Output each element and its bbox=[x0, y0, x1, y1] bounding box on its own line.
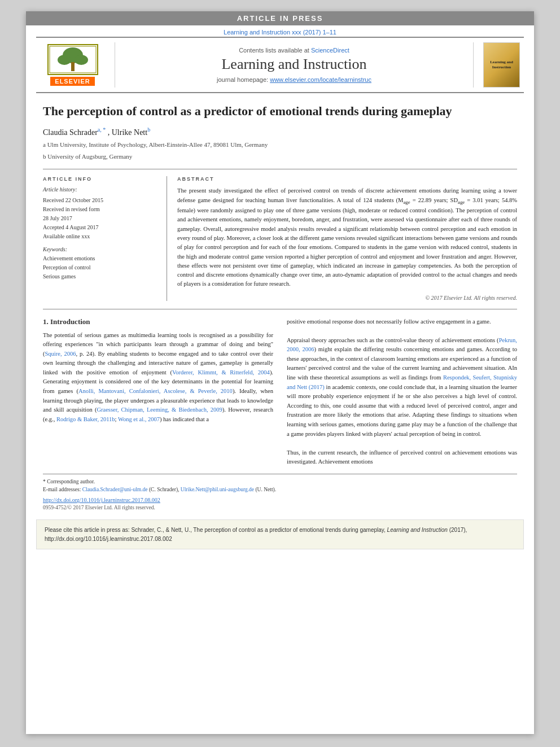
email-addresses: E-mail addresses: Claudia.Schrader@uni-u… bbox=[43, 486, 517, 493]
body-two-column: 1. Introduction The potential of serious… bbox=[43, 317, 517, 467]
affiliation-2: b University of Augsburg, Germany bbox=[43, 152, 517, 161]
science-direct-link[interactable]: ScienceDirect bbox=[311, 47, 349, 54]
journal-reference: Learning and Instruction xxx (2017) 1–11 bbox=[26, 25, 534, 37]
journal-contents-line: Contents lists available at ScienceDirec… bbox=[239, 47, 349, 54]
author2-email[interactable]: Ulrike.Nett@phil.uni-augsburg.de bbox=[181, 487, 254, 492]
keywords-label: Keywords: bbox=[43, 246, 156, 252]
issn-line: 0959-4752/© 2017 Elsevier Ltd. All right… bbox=[43, 505, 517, 510]
intro-paragraph-2: positive emotional response does not nec… bbox=[287, 317, 517, 467]
elsevier-brand-label: ELSEVIER bbox=[50, 77, 94, 86]
intro-paragraph-1: The potential of serious games as multim… bbox=[43, 331, 273, 425]
svg-rect-4 bbox=[71, 62, 75, 71]
affiliation-1: a Ulm University, Institute of Psycholog… bbox=[43, 140, 517, 150]
article-title-section: The perception of control as a predictor… bbox=[26, 93, 534, 161]
body-section: 1. Introduction The potential of serious… bbox=[26, 317, 534, 467]
body-col-right: positive emotional response does not nec… bbox=[287, 317, 517, 467]
journal-thumbnail: Learning andInstruction bbox=[483, 42, 520, 88]
article-info-heading: ARTICLE INFO bbox=[43, 176, 156, 182]
abstract-text: The present study investigated the effec… bbox=[177, 186, 517, 289]
section-divider bbox=[43, 309, 517, 309]
svg-point-3 bbox=[75, 55, 88, 65]
article-in-press-banner: ARTICLE IN PRESS bbox=[26, 11, 534, 25]
abstract-heading: ABSTRACT bbox=[177, 176, 517, 182]
revised-date-2: 28 July 2017 bbox=[43, 214, 156, 222]
copyright-notice: © 2017 Elsevier Ltd. All rights reserved… bbox=[177, 295, 517, 301]
article-info-abstract-section: ARTICLE INFO Article history: Received 2… bbox=[43, 169, 517, 300]
journal-thumb-section: Learning andInstruction bbox=[473, 42, 524, 88]
elsevier-tree-icon bbox=[47, 44, 98, 75]
journal-header: ELSEVIER Contents lists available at Sci… bbox=[36, 37, 524, 93]
authors-line: Claudia Schradera, * , Ulrike Nettb bbox=[43, 126, 517, 137]
author1-email[interactable]: Claudia.Schrader@uni-ulm.de bbox=[82, 487, 148, 492]
journal-homepage-link[interactable]: www.elsevier.com/locate/learninstruc bbox=[270, 76, 371, 83]
svg-point-2 bbox=[58, 55, 71, 65]
article-title: The perception of control as a predictor… bbox=[43, 103, 517, 120]
corresponding-author: * Corresponding author. bbox=[43, 478, 517, 486]
body-col-left: 1. Introduction The potential of serious… bbox=[43, 317, 273, 467]
keyword-3: Serious games bbox=[43, 272, 156, 281]
keyword-2: Perception of control bbox=[43, 263, 156, 272]
citation-bar: Please cite this article in press as: Sc… bbox=[36, 519, 524, 549]
accepted-date: Accepted 4 August 2017 bbox=[43, 223, 156, 231]
journal-homepage: journal homepage: www.elsevier.com/locat… bbox=[217, 76, 371, 83]
article-history-label: Article history: bbox=[43, 186, 156, 193]
elsevier-logo-section: ELSEVIER bbox=[36, 42, 115, 88]
footnotes-section: * Corresponding author. E-mail addresses… bbox=[43, 474, 517, 511]
journal-center: Contents lists available at ScienceDirec… bbox=[115, 42, 473, 88]
received-date: Received 22 October 2015 bbox=[43, 196, 156, 204]
revised-date-1: Received in revised form bbox=[43, 205, 156, 213]
journal-name: Learning and Instruction bbox=[221, 56, 366, 73]
doi-link[interactable]: http://dx.doi.org/10.1016/j.learninstruc… bbox=[43, 497, 517, 503]
available-online: Available online xxx bbox=[43, 232, 156, 241]
intro-heading: 1. Introduction bbox=[43, 317, 273, 326]
keyword-1: Achievement emotions bbox=[43, 254, 156, 263]
abstract-column: ABSTRACT The present study investigated … bbox=[167, 176, 517, 300]
article-info-column: ARTICLE INFO Article history: Received 2… bbox=[43, 176, 167, 300]
